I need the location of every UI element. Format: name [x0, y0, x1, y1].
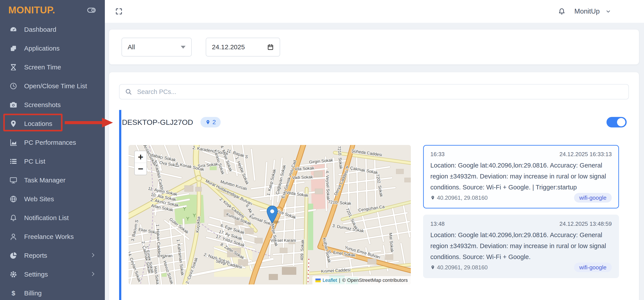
sidebar-item-billing[interactable]: $ Billing: [0, 284, 105, 300]
osm-attribution-link[interactable]: © OpenStreetMap contributors: [342, 278, 408, 283]
sidebar-item-label: Notification List: [24, 214, 69, 222]
camera-icon: [9, 101, 18, 109]
location-entry-card[interactable]: 16:33 24.12.2025 16:33:13 Location: Goog…: [423, 145, 619, 208]
entry-time: 13:48: [430, 221, 444, 227]
sidebar-item-reports[interactable]: Reports: [0, 246, 105, 265]
entry-datetime: 24.12.2025 16:33:13: [559, 151, 612, 158]
pin-icon: [205, 120, 210, 125]
clock-icon: [9, 82, 18, 90]
sidebar-item-label: Web Sites: [24, 195, 54, 203]
sidebar-item-label: Task Manager: [24, 176, 65, 184]
leaflet-link[interactable]: Leaflet: [323, 278, 337, 283]
ukraine-flag-icon: [316, 279, 321, 282]
sidebar-item-label: Screenshots: [24, 101, 61, 109]
fullscreen-icon[interactable]: [114, 6, 124, 16]
sidebar-collapse-toggle-icon[interactable]: [86, 5, 96, 15]
user-icon: [9, 233, 18, 241]
sidebar-item-web-sites[interactable]: Web Sites: [0, 190, 105, 208]
device-title-row: DESKTOP-GLJ27OD 2: [119, 110, 629, 135]
chevron-down-icon: [606, 8, 611, 14]
dollar-icon: $: [9, 289, 18, 297]
sidebar: MONITUP. Dashboard Applications Screen T…: [0, 0, 105, 300]
sidebar-item-pc-list[interactable]: PC List: [0, 152, 105, 171]
sidebar-item-label: PC List: [24, 158, 46, 165]
map-zoom-control: + −: [134, 151, 147, 175]
device-visibility-toggle[interactable]: [606, 117, 627, 128]
entry-source-tag: wifi-google: [574, 263, 612, 272]
entry-coordinates: 40.20961, 29.08160: [437, 264, 488, 271]
location-entry-card[interactable]: 13:48 24.12.2025 13:48:59 Location: Goog…: [423, 215, 619, 278]
search-icon: [125, 88, 132, 96]
entry-datetime: 24.12.2025 13:48:59: [559, 221, 612, 227]
sidebar-item-label: Locations: [24, 120, 52, 128]
attribution-separator: |: [339, 278, 340, 283]
sidebar-item-task-manager[interactable]: Task Manager: [0, 171, 105, 190]
map-canvas: Odabaçı Sokak6. Ova Sokak4. Konak Sokak2…: [128, 145, 411, 285]
sidebar-item-dashboard[interactable]: Dashboard: [0, 20, 105, 39]
topbar: MonitUp: [105, 0, 644, 23]
entry-description: Location: Google lat:40.2096,lon:29.0816…: [430, 229, 612, 262]
location-count-badge: 2: [200, 117, 221, 128]
zoom-in-button[interactable]: +: [135, 151, 146, 163]
pc-filter-value: All: [128, 43, 135, 51]
account-menu[interactable]: MonitUp: [574, 7, 611, 15]
gear-icon: [9, 270, 18, 279]
app-logo: MONITUP.: [8, 4, 55, 15]
device-name: DESKTOP-GLJ27OD: [122, 118, 193, 127]
pie-chart-icon: [9, 251, 18, 260]
sidebar-item-settings[interactable]: Settings: [0, 265, 105, 284]
sidebar-item-label: Settings: [24, 271, 48, 278]
search-input[interactable]: [137, 88, 623, 96]
globe-icon: [9, 195, 18, 203]
dashboard-icon: [9, 25, 18, 34]
map-attribution: Leaflet | © OpenStreetMap contributors: [312, 276, 411, 285]
entry-source-tag: wifi-google: [574, 193, 612, 203]
toggle-knob: [617, 118, 625, 126]
applications-icon: [9, 44, 18, 53]
svg-text:409. Sokak: 409. Sokak: [300, 239, 305, 260]
entry-description: Location: Google lat:40.2096,lon:29.0816…: [430, 160, 612, 193]
sidebar-item-applications[interactable]: Applications: [0, 39, 105, 58]
locations-panel: DESKTOP-GLJ27OD 2: [109, 72, 639, 300]
sidebar-item-freelance-works[interactable]: Freelance Works: [0, 227, 105, 246]
chevron-right-icon: [90, 271, 96, 278]
map[interactable]: Odabaçı Sokak6. Ova Sokak4. Konak Sokak2…: [128, 145, 411, 285]
sidebar-item-locations[interactable]: Locations: [0, 114, 105, 133]
location-count: 2: [212, 119, 216, 126]
sidebar-item-screen-time[interactable]: Screen Time: [0, 58, 105, 77]
entry-coordinates: 40.20961, 29.08160: [437, 194, 488, 201]
pin-icon: [430, 195, 435, 200]
sidebar-item-label: PC Performances: [24, 139, 76, 146]
sidebar-item-notification-list[interactable]: Notification List: [0, 208, 105, 227]
notifications-bell-icon[interactable]: [557, 7, 566, 16]
sidebar-item-pc-performances[interactable]: PC Performances: [0, 133, 105, 152]
calendar-icon: [267, 44, 274, 51]
chevron-right-icon: [90, 252, 96, 259]
sidebar-item-open-close-time-list[interactable]: Open/Close Time List: [0, 77, 105, 96]
sidebar-item-label: Billing: [24, 290, 42, 297]
hourglass-icon: [9, 63, 18, 71]
location-entry-list: 16:33 24.12.2025 16:33:13 Location: Goog…: [423, 145, 619, 285]
sidebar-item-label: Dashboard: [24, 26, 56, 33]
monitor-icon: [9, 176, 18, 184]
zoom-out-button[interactable]: −: [135, 163, 146, 175]
date-input[interactable]: 24.12.2025: [206, 38, 280, 56]
device-section: DESKTOP-GLJ27OD 2: [119, 110, 629, 285]
bell-icon: [9, 214, 18, 222]
sidebar-item-label: Reports: [24, 252, 47, 259]
device-accent-bar: [119, 110, 121, 300]
select-arrow-icon: [181, 46, 186, 49]
entry-time: 16:33: [430, 151, 444, 158]
sidebar-item-label: Applications: [24, 45, 60, 52]
svg-text:Vadi Sokak: Vadi Sokak: [292, 174, 313, 180]
map-pin-icon: [9, 120, 18, 128]
main-content: All 24.12.2025 DESKTOP-GLJ27OD 2: [105, 23, 644, 300]
list-icon: [9, 157, 18, 165]
sidebar-item-label: Screen Time: [24, 63, 61, 71]
pc-filter-select[interactable]: All: [122, 38, 192, 56]
sidebar-item-screenshots[interactable]: Screenshots: [0, 96, 105, 114]
area-chart-icon: [9, 138, 18, 147]
svg-text:$: $: [12, 290, 15, 297]
sidebar-header: MONITUP.: [0, 0, 105, 20]
sidebar-item-label: Open/Close Time List: [24, 82, 87, 90]
